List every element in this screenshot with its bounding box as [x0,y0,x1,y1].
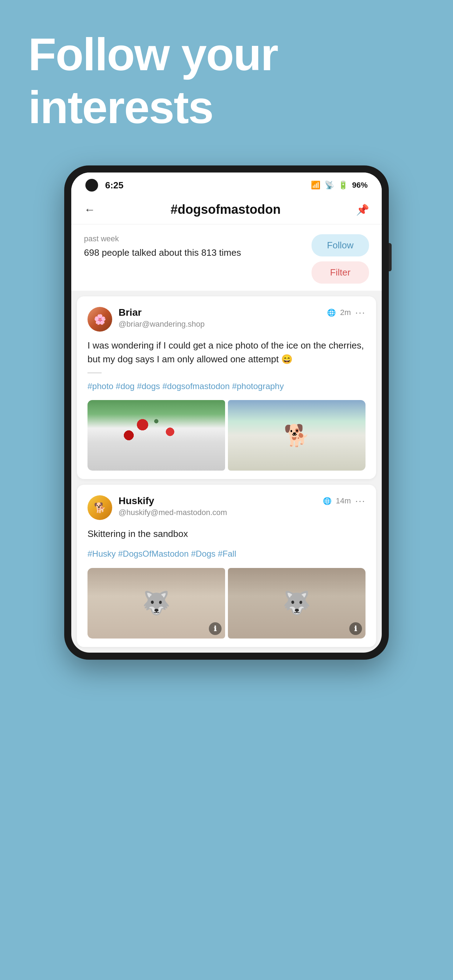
globe-icon-1: 🌐 [327,308,336,317]
post-1-avatar: 🌸 [87,307,112,332]
post-2-content: Skittering in the sandbox [87,527,366,541]
back-button[interactable]: ← [84,203,95,216]
post-2-image-2: ℹ [228,568,366,638]
post-2-images: ℹ ℹ [87,568,366,638]
post-1-header: 🌸 Briar @briar@wandering.shop 🌐 2m ··· [87,307,366,332]
post-2-image-1: ℹ [87,568,225,638]
globe-icon-2: 🌐 [323,497,332,505]
phone-screen: 6:25 📶 📡 🔋 96% ← #dogsofmastodon 📌 past … [71,172,382,652]
page-title: #dogsofmastodon [171,202,281,217]
post-2-handle: @huskify@med-mastodon.com [119,508,323,517]
follow-button[interactable]: Follow [312,234,369,256]
post-1-meta: Briar @briar@wandering.shop [119,307,327,329]
filter-button[interactable]: Filter [312,261,369,284]
post-1-time-row: 🌐 2m ··· [327,307,366,318]
stats-row: past week 698 people talked about this 8… [71,224,382,291]
stats-text: past week 698 people talked about this 8… [84,234,304,259]
post-2-hashtags[interactable]: #Husky #DogsOfMastodon #Dogs #Fall [87,547,366,560]
post-card-1: 🌸 Briar @briar@wandering.shop 🌐 2m ··· I… [77,296,376,479]
phone-frame: 6:25 📶 📡 🔋 96% ← #dogsofmastodon 📌 past … [64,165,389,660]
phone-side-button [389,243,392,271]
post-1-more[interactable]: ··· [355,307,366,318]
post-1-hashtags[interactable]: #photo #dog #dogs #dogsofmastodon #photo… [87,380,366,393]
post-1-name: Briar [119,307,327,318]
post-1-handle: @briar@wandering.shop [119,320,327,329]
post-1-image-1 [87,400,225,471]
post-2-time-row: 🌐 14m ··· [323,495,366,507]
info-badge-1[interactable]: ℹ [209,622,222,635]
camera-hole [85,179,98,192]
stats-period: past week [84,234,304,243]
post-1-divider [87,372,102,373]
wifi-icon: 📶 [311,181,320,190]
battery-icon: 🔋 [339,181,348,190]
post-1-time: 2m [340,308,351,317]
post-2-time: 14m [336,496,351,506]
status-bar: 6:25 📶 📡 🔋 96% [71,172,382,195]
post-1-images [87,400,366,471]
post-2-avatar: 🐕 [87,495,112,520]
husky-image-2 [228,568,366,638]
post-2-meta: Huskify @huskify@med-mastodon.com [119,495,323,517]
status-time: 6:25 [105,180,124,191]
info-badge-2[interactable]: ℹ [349,622,362,635]
post-card-2: 🐕 Huskify @huskify@med-mastodon.com 🌐 14… [77,485,376,647]
post-2-name: Huskify [119,495,323,507]
app-header: ← #dogsofmastodon 📌 [71,195,382,224]
dog-cherry-image [228,400,366,471]
post-2-more[interactable]: ··· [355,495,366,507]
action-buttons: Follow Filter [312,234,369,284]
cherries-image [87,400,225,471]
pin-icon[interactable]: 📌 [356,204,369,216]
phone-mockup-wrapper: 6:25 📶 📡 🔋 96% ← #dogsofmastodon 📌 past … [0,155,453,980]
signal-icon: 📡 [324,181,334,190]
husky-image-1 [87,568,225,638]
post-1-content: I was wondering if I could get a nice ph… [87,339,366,366]
stats-description: 698 people talked about this 813 times [84,246,304,259]
post-1-image-2 [228,400,366,471]
status-bar-right: 📶 📡 🔋 96% [311,181,368,190]
battery-percent: 96% [352,181,368,190]
hero-section: Follow your interests [0,0,453,155]
post-2-header: 🐕 Huskify @huskify@med-mastodon.com 🌐 14… [87,495,366,520]
status-bar-left: 6:25 [85,179,124,192]
hero-headline: Follow your interests [28,28,432,134]
